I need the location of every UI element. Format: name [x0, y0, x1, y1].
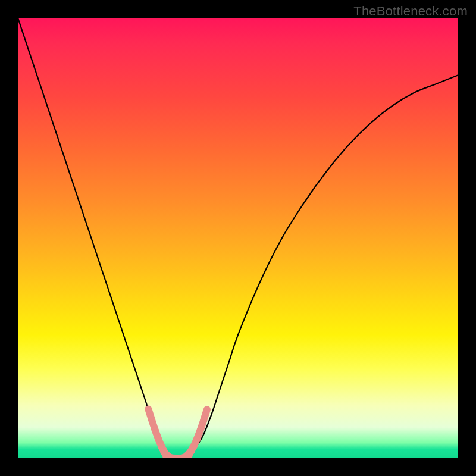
- plot-area: [18, 18, 458, 458]
- curve-layer: [18, 18, 458, 458]
- watermark-text: TheBottleneck.com: [353, 4, 468, 19]
- valley-marker: [204, 409, 207, 419]
- chart-frame: TheBottleneck.com: [0, 0, 476, 476]
- valley-markers: [148, 409, 207, 458]
- bottleneck-curve: [18, 18, 458, 458]
